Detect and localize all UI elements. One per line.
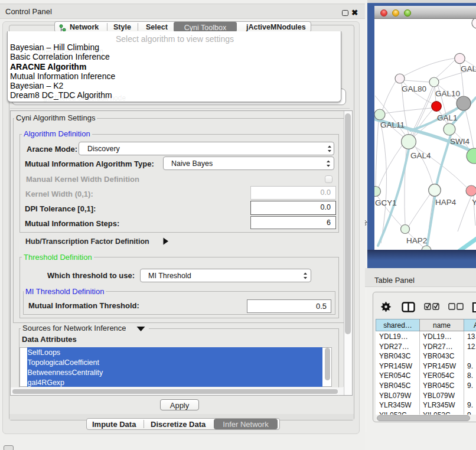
svg-text:GAL11: GAL11 [380, 120, 405, 129]
svg-text:GAL2: GAL2 [461, 64, 476, 73]
svg-text:Y: Y [472, 198, 476, 207]
svg-text:HAP2: HAP2 [406, 236, 427, 245]
svg-text:GCY1: GCY1 [375, 198, 397, 207]
svg-text:HAP4: HAP4 [435, 198, 457, 207]
svg-text:GAL80: GAL80 [402, 84, 426, 93]
svg-text:GAL1: GAL1 [437, 113, 458, 122]
svg-text:GAL4: GAL4 [410, 151, 431, 160]
svg-text:GAL10: GAL10 [435, 89, 460, 98]
svg-text:SWI4: SWI4 [450, 137, 470, 146]
